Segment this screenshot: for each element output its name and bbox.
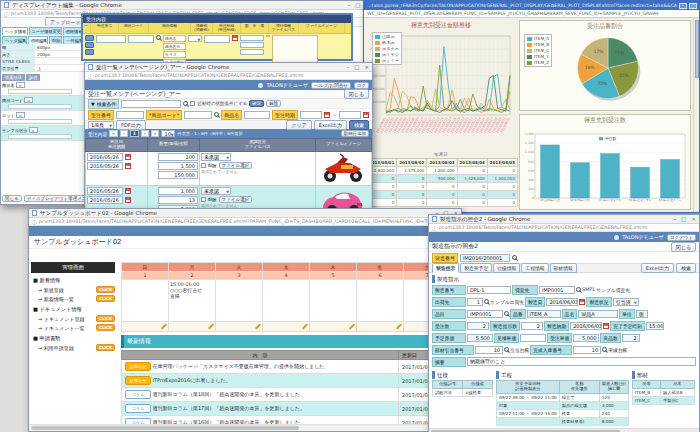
table-row[interactable]: 対象製品の組立場3,000 (497, 401, 629, 409)
estimate-price-field[interactable] (520, 334, 546, 342)
pager-prev[interactable]: ‹ (120, 130, 128, 137)
item-code-field[interactable]: IMP0001 (467, 310, 503, 318)
search-icon[interactable] (214, 112, 219, 117)
calendar-icon[interactable] (125, 163, 131, 169)
news-badge[interactable]: お知らせ (125, 376, 151, 385)
calendar-icon[interactable] (324, 112, 330, 118)
editor-tab[interactable]: ヘッダ編集 (2, 36, 27, 44)
editor-footer-button[interactable]: ディスプレイアウト管理メニューへ (24, 195, 86, 202)
part-no-field[interactable]: ITEM_A (527, 310, 561, 318)
calendar-day-cell[interactable] (216, 280, 263, 322)
period-to-input[interactable] (339, 111, 361, 119)
order-price-field[interactable]: 5,000 (573, 334, 599, 342)
tab-工程情報[interactable]: 工程情報 (521, 263, 548, 273)
click-button[interactable]: CLICK (96, 315, 115, 322)
period-from-input[interactable] (300, 111, 322, 119)
calendar-event[interactable]: 直帰 (170, 293, 214, 299)
price-input[interactable]: 13 (158, 196, 198, 204)
pager-last[interactable]: » (151, 130, 160, 137)
filter-op-select[interactable]: = (16, 112, 25, 118)
search-button[interactable]: 検索 (349, 120, 369, 130)
search-icon[interactable] (504, 347, 509, 352)
close-page-button[interactable]: 閉じる (344, 89, 369, 99)
approval-select[interactable]: 未承認 (201, 187, 231, 195)
copy-row-button[interactable] (85, 42, 94, 48)
pager-current[interactable]: 1 (130, 130, 139, 137)
search-icon[interactable] (576, 287, 581, 292)
news-row[interactable]: コラム 週刊新幹コラム（第17回）「超高速開発の本質」を更新しました。2017/… (122, 402, 451, 416)
filter-op-select[interactable]: = (29, 127, 38, 133)
search-icon[interactable] (512, 255, 517, 260)
click-button[interactable]: CLICK (96, 344, 115, 351)
news-row[interactable]: お知らせ 在庫管理パッケージ「カスタマイズ不要版在庫管理」の提供を開始しました。… (122, 360, 451, 374)
editor-tab[interactable]: ヘッダ情報 (2, 27, 28, 35)
manufacture-no-field[interactable]: DPL-1 (467, 286, 511, 294)
page-size-select[interactable]: 10 (161, 130, 175, 137)
file-select-button[interactable]: ファイル選択 (219, 162, 252, 169)
window-titlebar[interactable]: ディスプレイアウト編集 - Google Chrome –□× (1, 1, 373, 10)
sidebar-item[interactable]: → 新規登録CLICK (38, 286, 115, 293)
news-badge[interactable]: お知らせ (125, 362, 151, 371)
news-row[interactable]: コラム 週刊新幹コラム（第16回）「超高速開発の本質」を更新しました。2017/… (122, 416, 451, 425)
editor-tab[interactable]: 削除 (49, 36, 62, 44)
amount-input[interactable]: 150,000 (158, 171, 198, 179)
scrollbar-thumb[interactable] (31, 426, 299, 430)
calendar-icon[interactable] (125, 154, 131, 160)
calendar-day-cell[interactable] (357, 280, 404, 322)
logout-button[interactable]: ログアウト (667, 234, 696, 241)
property-value[interactable]: 600px (35, 45, 85, 50)
search-icon[interactable] (504, 311, 509, 316)
pager-first[interactable]: « (109, 130, 118, 137)
attachment-box[interactable] (266, 35, 270, 37)
property-value[interactable]: 上 (35, 66, 85, 71)
table-row[interactable]: ITEM_B購入部品B (633, 388, 695, 396)
close-page-button[interactable]: 閉じる (671, 242, 696, 252)
excel-button[interactable]: Excel出力 (314, 120, 347, 130)
finish-time-field[interactable]: 15:00 (646, 322, 664, 330)
click-button[interactable]: CLICK (96, 324, 115, 331)
amount-input[interactable] (240, 49, 264, 55)
delete-row-button[interactable] (85, 49, 94, 55)
property-value[interactable]: 200px (35, 52, 85, 57)
calendar-day-number[interactable]: 3 (216, 272, 263, 280)
calendar-day-cell[interactable] (310, 280, 357, 322)
tab-部材情報[interactable]: 部材情報 (550, 263, 577, 273)
delivery-date-input[interactable]: 2016/05/26 (87, 196, 123, 204)
excel-button[interactable]: Excel出力 (641, 263, 674, 273)
click-button[interactable]: CLICK (96, 286, 115, 293)
maximize-button[interactable]: □ (681, 216, 686, 222)
calendar-day-number[interactable]: 4 (263, 272, 310, 280)
filter-value-input[interactable] (8, 104, 72, 109)
unit-field[interactable]: 個 (636, 310, 648, 318)
table-row[interactable]: 2016/05/26 2016/05/26 1001,500150,000 未承… (86, 151, 372, 185)
release-button[interactable]: 解除 (266, 100, 281, 107)
tax-select[interactable] (188, 35, 202, 42)
filter-op-select[interactable]: = (16, 82, 25, 88)
log-button[interactable]: ログ (354, 82, 369, 89)
calendar-icon[interactable] (603, 323, 609, 329)
calendar-day-number[interactable]: 6 (357, 272, 404, 280)
filter-value-input[interactable] (8, 119, 72, 124)
window-titlebar[interactable]: サンプルダッシュボード02 - Google Chrome –□× (29, 209, 461, 218)
table-row[interactable]: ITEM_C半製品C (633, 396, 695, 404)
status-select[interactable]: 引当済 (613, 298, 639, 306)
manufacture-date-field[interactable]: 2016/06/03 (546, 298, 578, 306)
search-icon[interactable] (484, 299, 489, 304)
delete-checkbox[interactable] (201, 163, 206, 168)
editor-footer-button[interactable]: 閉じる (2, 195, 22, 202)
item-name-input[interactable] (244, 111, 270, 119)
calendar-day-cell[interactable] (263, 280, 310, 322)
order-qty-field[interactable]: 2 (467, 322, 489, 330)
editor-tab[interactable]: 明細編集 (28, 36, 49, 44)
calendar-icon[interactable] (363, 112, 369, 118)
part-name-field[interactable]: 製品A (578, 310, 618, 318)
edit-pencil-icon[interactable] (255, 323, 261, 329)
filter-value-input[interactable] (8, 134, 72, 139)
condition-input[interactable] (121, 100, 181, 108)
price-input[interactable]: 1,500 (158, 162, 198, 170)
calendar-icon[interactable] (125, 188, 131, 194)
horizontal-scrollbar[interactable] (29, 424, 461, 431)
finished-stock-field[interactable]: 10 (573, 346, 601, 354)
calendar-icon[interactable] (579, 299, 585, 305)
pager-next[interactable]: › (141, 130, 149, 137)
